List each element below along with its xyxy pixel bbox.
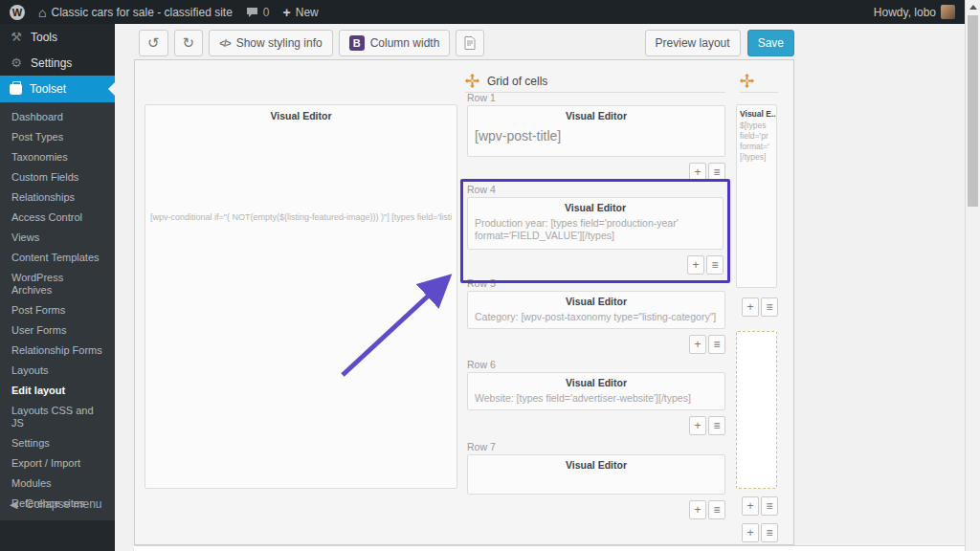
move-handle-icon[interactable] (465, 74, 479, 88)
visual-editor-cell-empty[interactable]: Visual Editor (467, 454, 725, 495)
site-link[interactable]: ⌂ Classic cars for sale - classified sit… (38, 5, 233, 20)
sidebar-item-layouts[interactable]: Layouts (0, 361, 115, 381)
layout-toolbar: ↺ ↻ </> Show styling info B Column width (139, 30, 484, 56)
cell-shortcode: Category: [wpv-post-taxonomy type="listi… (468, 307, 724, 323)
add-cell-button[interactable]: + (742, 496, 759, 516)
cell-shortcode: $[types field='pr format=' [/types] (737, 119, 776, 163)
collapse-menu-label: Collapse menu (25, 497, 101, 511)
visual-editor-cell-category[interactable]: Visual Editor Category: [wpv-post-taxono… (467, 291, 725, 329)
row-menu-button[interactable]: ≡ (706, 255, 724, 275)
row-actions: + ≡ (467, 255, 724, 275)
sidebar-item-settings[interactable]: ⚙ Settings (0, 50, 115, 76)
home-icon: ⌂ (38, 5, 46, 20)
visual-editor-cell-website[interactable]: Visual Editor Website: [types field='adv… (467, 372, 725, 410)
document-icon (464, 36, 476, 50)
row-label: Row 7 (467, 441, 725, 453)
add-cell-button[interactable]: + (742, 298, 759, 317)
cell-shortcode (468, 471, 724, 474)
move-handle-icon[interactable] (740, 74, 754, 88)
cell-shortcode: Website: [types field='advertiser-websit… (468, 388, 724, 405)
admin-bar: W ⌂ Classic cars for sale - classified s… (0, 0, 965, 24)
sidebar-item-layouts-css-js[interactable]: Layouts CSS and JS (0, 401, 115, 433)
undo-button[interactable]: ↺ (139, 30, 168, 56)
cell-shortcode: Production year: [types field='productio… (468, 213, 723, 242)
sidebar-item-post-forms[interactable]: Post Forms (0, 300, 115, 320)
visual-editor-cell-post-title[interactable]: Visual Editor [wpv-post-title] (467, 105, 725, 157)
row-menu-button[interactable]: ≡ (761, 496, 778, 516)
new-content-menu[interactable]: + New (283, 5, 319, 20)
cell-title: Visual Editor (468, 373, 724, 388)
visual-editor-cell-featured-image[interactable]: Visual Editor [wpv-conditional if="( NOT… (145, 104, 457, 489)
visual-editor-cell-production-year[interactable]: Visual Editor Production year: [types fi… (467, 197, 724, 250)
add-cell-button[interactable]: + (687, 255, 704, 275)
add-cell-button[interactable]: + (689, 416, 706, 435)
wordpress-logo-icon: W (10, 5, 25, 20)
collapse-menu-button[interactable]: ◀ Collapse menu (0, 492, 115, 517)
grid-row-5: Row 5 Visual Editor Category: [wpv-post-… (467, 277, 725, 354)
layout-document-button[interactable] (456, 30, 484, 56)
add-cell-button[interactable]: + (689, 335, 706, 354)
page-scrollbar[interactable] (965, 0, 980, 551)
sidebar-item-export-import[interactable]: Export / Import (0, 453, 115, 474)
cell-title: Visual E... (737, 105, 776, 119)
sidebar-item-post-types[interactable]: Post Types (0, 127, 115, 147)
empty-drop-area[interactable] (736, 331, 777, 489)
howdy-text: Howdy, lobo (874, 6, 936, 19)
row-4-highlight-annotation: Row 4 Visual Editor Production year: [ty… (460, 179, 730, 283)
sidebar-item-wordpress-archives[interactable]: WordPress Archives (0, 268, 115, 300)
row-menu-button[interactable]: ≡ (708, 335, 725, 354)
sidebar-item-relationships[interactable]: Relationships (0, 187, 115, 208)
row-menu-button[interactable]: ≡ (708, 500, 725, 519)
sidebar-item-toolset[interactable]: Toolset (0, 76, 115, 102)
layout-toolbar-right: Preview layout Save (645, 30, 794, 56)
column-width-label: Column width (370, 36, 440, 50)
grid-title: Grid of cells (487, 75, 547, 88)
sidebar-item-taxonomies[interactable]: Taxonomies (0, 147, 115, 167)
show-styling-info-label: Show styling info (236, 36, 323, 50)
scrollbar-thumb[interactable] (968, 15, 978, 207)
row-label: Row 4 (467, 184, 724, 196)
sidebar-item-access-control[interactable]: Access Control (0, 208, 115, 228)
admin-sidebar: ⚒ Tools ⚙ Settings Toolset Dashboard Pos… (0, 24, 115, 551)
toolset-icon (10, 84, 22, 95)
account-menu[interactable]: Howdy, lobo (874, 5, 955, 19)
save-button[interactable]: Save (747, 30, 794, 56)
wordpress-menu[interactable]: W (10, 5, 25, 20)
layout-bottom-actions: + ≡ (742, 523, 778, 542)
sidebar-item-user-forms[interactable]: User Forms (0, 320, 115, 341)
row-menu-button[interactable]: ≡ (708, 416, 725, 435)
sidebar-item-modules[interactable]: Modules (0, 474, 115, 494)
sidebar-item-toolset-settings[interactable]: Settings (0, 433, 115, 453)
scroll-up-icon (969, 5, 977, 10)
add-cell-button[interactable]: + (742, 523, 759, 542)
new-label: New (296, 6, 319, 19)
grid-row-1: Row 1 Visual Editor [wpv-post-title] + ≡ (467, 92, 725, 182)
add-cell-button[interactable]: + (689, 500, 706, 519)
preview-layout-button[interactable]: Preview layout (645, 30, 741, 56)
comments-link[interactable]: 0 (246, 6, 270, 19)
grid-row-7: Row 7 Visual Editor + ≡ (467, 441, 725, 519)
show-styling-info-button[interactable]: </> Show styling info (209, 30, 333, 56)
sidebar-item-edit-layout[interactable]: Edit layout (0, 381, 115, 401)
sidebar-item-custom-fields[interactable]: Custom Fields (0, 167, 115, 187)
sidebar-item-dashboard[interactable]: Dashboard (0, 107, 115, 127)
cell-title: Visual Editor (468, 106, 724, 121)
sidebar-item-views[interactable]: Views (0, 228, 115, 248)
row-menu-button[interactable]: ≡ (761, 523, 778, 542)
scrollbar-up-button[interactable] (966, 0, 980, 13)
sidebar-item-content-templates[interactable]: Content Templates (0, 248, 115, 268)
column-width-button[interactable]: B Column width (339, 30, 451, 56)
gear-icon: ⚙ (10, 55, 23, 70)
visual-editor-cell-side[interactable]: Visual E... $[types field='pr format=' [… (736, 104, 777, 288)
plus-icon: + (283, 5, 291, 20)
cell-shortcode: [wpv-post-title] (468, 121, 724, 143)
redo-button[interactable]: ↻ (174, 30, 204, 56)
bootstrap-icon: B (349, 35, 365, 51)
sidebar-item-relationship-forms[interactable]: Relationship Forms (0, 341, 115, 361)
side-cell-actions: + ≡ (742, 298, 778, 317)
sidebar-item-label: Tools (31, 31, 57, 44)
side-column-actions: + ≡ (742, 496, 778, 516)
comment-bubble-icon (246, 7, 258, 18)
sidebar-item-tools[interactable]: ⚒ Tools (0, 24, 115, 50)
row-menu-button[interactable]: ≡ (761, 298, 778, 317)
